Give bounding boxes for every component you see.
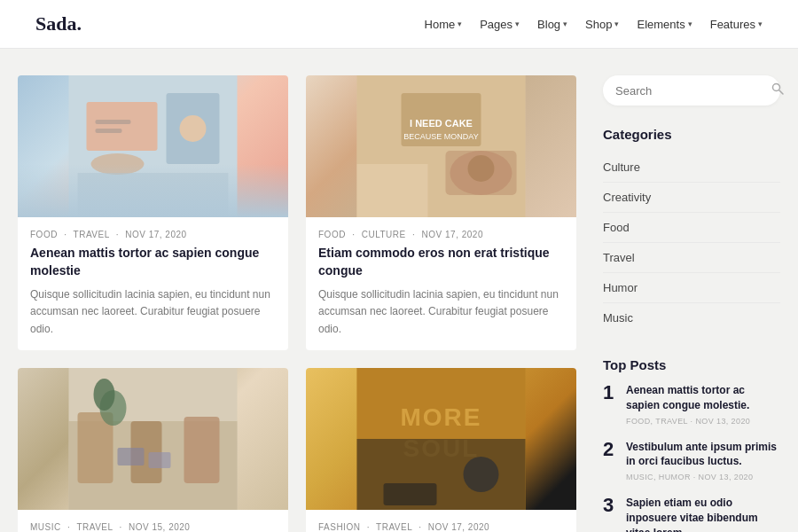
svg-rect-30 — [357, 439, 526, 510]
post-image: I NEED CAKE BECAUSE MONDAY — [306, 75, 576, 217]
post-meta: MUSIC · TRAVEL · NOV 15, 2020 — [30, 522, 276, 532]
svg-text:BECAUSE MONDAY: BECAUSE MONDAY — [403, 132, 478, 141]
category-item[interactable]: Creativity — [603, 183, 780, 213]
svg-rect-24 — [118, 448, 145, 466]
category-item[interactable]: Humor — [603, 273, 780, 303]
site-header: Sada. Home ▾ Pages ▾ Blog ▾ Shop ▾ Eleme… — [0, 0, 798, 49]
post-card: FOOD · TRAVEL · NOV 17, 2020 Aenean matt… — [18, 75, 288, 350]
post-title[interactable]: Aenean mattis tortor ac sapien congue mo… — [30, 245, 276, 279]
svg-rect-32 — [384, 483, 437, 505]
search-input[interactable] — [615, 84, 764, 98]
top-post-info: Sapien etiam eu odio inposuere vitae bib… — [626, 496, 780, 532]
top-posts-list: 1 Aenean mattis tortor ac sapien congue … — [603, 383, 780, 532]
category-item[interactable]: Travel — [603, 243, 780, 273]
post-body: FOOD · TRAVEL · NOV 17, 2020 Aenean matt… — [18, 217, 288, 350]
chevron-down-icon: ▾ — [563, 20, 567, 28]
svg-point-5 — [180, 115, 207, 142]
post-title[interactable]: Etiam commodo eros non erat tristique co… — [318, 245, 564, 279]
post-image — [18, 75, 288, 217]
top-post-item: 1 Aenean mattis tortor ac sapien congue … — [603, 383, 780, 426]
chevron-down-icon: ▾ — [688, 20, 692, 28]
nav-blog[interactable]: Blog ▾ — [537, 18, 567, 31]
post-meta: FASHION · TRAVEL · NOV 17, 2020 — [318, 522, 564, 532]
svg-rect-7 — [96, 129, 122, 133]
post-body: FOOD · CULTURE · NOV 17, 2020 Etiam comm… — [306, 217, 576, 350]
svg-rect-25 — [149, 452, 171, 468]
post-excerpt: Quisque sollicitudin lacinia sapien, eu … — [30, 286, 276, 338]
nav-features[interactable]: Features ▾ — [710, 18, 763, 31]
svg-rect-4 — [78, 173, 229, 217]
categories-title: Categories — [603, 127, 780, 142]
search-icon — [771, 82, 784, 98]
post-meta: FOOD · CULTURE · NOV 17, 2020 — [318, 230, 564, 239]
svg-rect-16 — [357, 164, 428, 217]
category-item[interactable]: Culture — [603, 153, 780, 183]
search-box[interactable] — [603, 75, 780, 106]
nav-pages[interactable]: Pages ▾ — [480, 18, 520, 31]
post-excerpt: Quisque sollicitudin lacinia sapien, eu … — [318, 286, 564, 338]
post-card: MORE SOUL FASHION · TRAVEL · NOV 17, 202… — [306, 368, 576, 532]
posts-grid: FOOD · TRAVEL · NOV 17, 2020 Aenean matt… — [18, 75, 576, 532]
chevron-down-icon: ▾ — [758, 20, 763, 28]
top-post-title[interactable]: Aenean mattis tortor ac sapien congue mo… — [626, 383, 780, 413]
nav-home[interactable]: Home ▾ — [425, 18, 463, 31]
post-card: I NEED CAKE BECAUSE MONDAY FOOD · CULTUR… — [306, 75, 576, 350]
top-post-number: 3 — [603, 496, 617, 532]
top-post-title[interactable]: Sapien etiam eu odio inposuere vitae bib… — [626, 496, 780, 532]
main-nav: Home ▾ Pages ▾ Blog ▾ Shop ▾ Elements ▾ … — [425, 18, 763, 31]
page-container: FOOD · TRAVEL · NOV 17, 2020 Aenean matt… — [0, 49, 798, 532]
nav-shop[interactable]: Shop ▾ — [585, 18, 619, 31]
category-item[interactable]: Music — [603, 303, 780, 332]
post-body: MUSIC · TRAVEL · NOV 15, 2020 Curabitur … — [18, 510, 288, 532]
post-image — [18, 368, 288, 510]
sidebar: Categories Culture Creativity Food Trave… — [603, 75, 780, 532]
chevron-down-icon: ▾ — [515, 20, 520, 28]
svg-line-34 — [779, 90, 784, 95]
top-post-meta: FOOD, TRAVEL · NOV 13, 2020 — [626, 417, 780, 426]
post-meta: FOOD · TRAVEL · NOV 17, 2020 — [30, 230, 276, 239]
svg-point-23 — [94, 379, 115, 411]
top-post-number: 2 — [603, 440, 617, 482]
top-post-item: 2 Vestibulum ante ipsum primis in orci f… — [603, 440, 780, 482]
top-post-meta: MUSIC, HUMOR · NOV 13, 2020 — [626, 473, 780, 481]
top-post-title[interactable]: Vestibulum ante ipsum primis in orci fau… — [626, 440, 780, 470]
top-post-info: Vestibulum ante ipsum primis in orci fau… — [626, 440, 780, 482]
svg-rect-21 — [184, 417, 220, 483]
category-list: Culture Creativity Food Travel Humor Mus… — [603, 153, 780, 332]
chevron-down-icon: ▾ — [458, 20, 462, 28]
category-item[interactable]: Food — [603, 213, 780, 243]
top-post-info: Aenean mattis tortor ac sapien congue mo… — [626, 383, 780, 426]
svg-point-3 — [91, 153, 145, 175]
svg-rect-15 — [446, 151, 517, 195]
svg-text:I NEED CAKE: I NEED CAKE — [410, 118, 473, 129]
top-posts-title: Top Posts — [603, 357, 780, 372]
top-post-item: 3 Sapien etiam eu odio inposuere vitae b… — [603, 496, 780, 532]
post-card: MUSIC · TRAVEL · NOV 15, 2020 Curabitur … — [18, 368, 288, 532]
post-image: MORE SOUL — [306, 368, 576, 510]
site-logo[interactable]: Sada. — [35, 12, 82, 35]
svg-rect-6 — [96, 120, 131, 124]
svg-rect-1 — [87, 102, 158, 151]
chevron-down-icon: ▾ — [614, 20, 619, 28]
top-post-number: 1 — [603, 383, 617, 426]
svg-point-31 — [464, 457, 499, 492]
post-body: FASHION · TRAVEL · NOV 17, 2020 Suspendi… — [306, 510, 576, 532]
svg-text:MORE: MORE — [401, 403, 482, 431]
nav-elements[interactable]: Elements ▾ — [637, 18, 692, 31]
